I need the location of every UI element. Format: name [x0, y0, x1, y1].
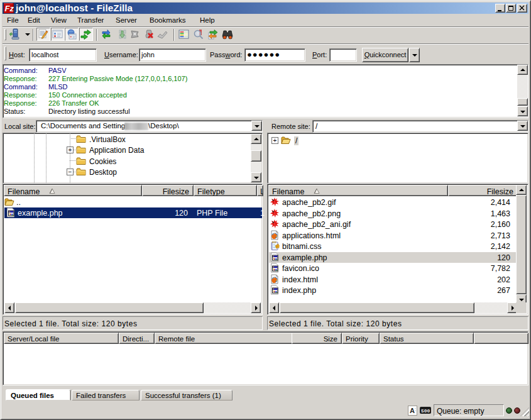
svg-text:Fz: Fz	[5, 4, 14, 13]
